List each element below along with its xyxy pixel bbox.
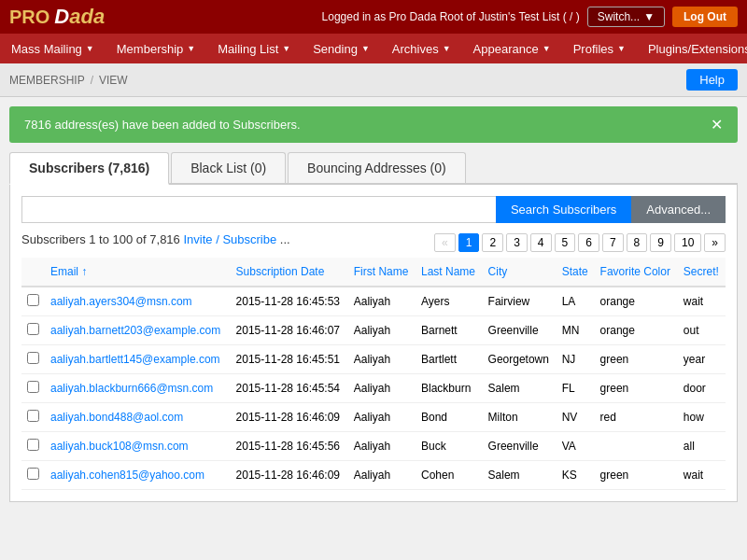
cell-state: NV — [557, 403, 595, 432]
col-secret[interactable]: Secret! — [678, 258, 726, 287]
email-link[interactable]: aaliyah.barnett203@example.com — [50, 324, 220, 337]
pagination-page-4[interactable]: 4 — [530, 233, 552, 252]
cell-last-name: Blackburn — [416, 374, 483, 403]
cell-email: aaliyah.barnett203@example.com — [45, 316, 231, 345]
search-input[interactable] — [21, 196, 496, 223]
email-link[interactable]: aaliyah.cohen815@yahoo.com — [50, 469, 204, 482]
row-checkbox[interactable] — [21, 432, 45, 461]
nav-item-appearance[interactable]: Appearance ▼ — [462, 34, 562, 63]
table-row: aaliyah.ayers304@msn.com 2015-11-28 16:4… — [21, 287, 726, 316]
pagination-page-5[interactable]: 5 — [555, 233, 576, 252]
pagination-page-8[interactable]: 8 — [627, 233, 648, 252]
cell-state: MN — [557, 316, 595, 345]
cell-sub-date: 2015-11-28 16:46:09 — [231, 461, 348, 490]
email-link[interactable]: aaliyah.ayers304@msn.com — [50, 295, 192, 308]
cell-secret: year — [678, 345, 726, 374]
switch-button[interactable]: Switch... ▼ — [587, 7, 665, 27]
cell-last-name: Buck — [416, 432, 483, 461]
table-row: aaliyah.bartlett145@example.com 2015-11-… — [21, 345, 726, 374]
cell-city: Milton — [483, 403, 557, 432]
col-city[interactable]: City — [483, 258, 557, 287]
tab-blacklist[interactable]: Black List (0) — [171, 152, 286, 183]
cell-email: aaliyah.buck108@msn.com — [45, 432, 231, 461]
pagination-page-9[interactable]: 9 — [650, 233, 671, 252]
cell-state: FL — [557, 374, 595, 403]
cell-state: VA — [557, 432, 595, 461]
col-email[interactable]: Email ↑ — [45, 258, 231, 287]
subscriber-count-text: Subscribers 1 to 100 of 7,816 — [21, 232, 180, 246]
nav-item-archives[interactable]: Archives ▼ — [381, 34, 462, 63]
nav-item-profiles[interactable]: Profiles ▼ — [562, 34, 637, 63]
logged-in-text: Logged in as Pro Dada Root of Justin's T… — [322, 10, 580, 23]
pagination-next[interactable]: » — [704, 233, 726, 252]
invite-subscribe-link[interactable]: Invite / Subscribe — [183, 232, 276, 246]
pagination-page-6[interactable]: 6 — [578, 233, 599, 252]
cell-sub-date: 2015-11-28 16:45:56 — [231, 432, 348, 461]
tab-subscribers[interactable]: Subscribers (7,816) — [9, 152, 169, 185]
pagination-page-10[interactable]: 10 — [674, 233, 701, 252]
advanced-button[interactable]: Advanced... — [631, 196, 726, 223]
col-state[interactable]: State — [557, 258, 595, 287]
row-checkbox[interactable] — [21, 316, 45, 345]
nav-item-mailing-list[interactable]: Mailing List ▼ — [206, 34, 302, 63]
pagination-page-1[interactable]: 1 — [458, 233, 480, 252]
cell-email: aaliyah.bond488@aol.com — [45, 403, 231, 432]
email-link[interactable]: aaliyah.blackburn666@msn.com — [50, 382, 213, 395]
row-checkbox[interactable] — [21, 287, 45, 316]
cell-fav-color: orange — [595, 287, 678, 316]
chevron-down-icon: ▼ — [643, 10, 655, 23]
table-row: aaliyah.barnett203@example.com 2015-11-2… — [21, 316, 726, 345]
cell-city: Salem — [483, 461, 557, 490]
search-row: Search Subscribers Advanced... — [21, 196, 726, 223]
nav-item-membership[interactable]: Membership ▼ — [106, 34, 206, 63]
chevron-down-icon: ▼ — [443, 44, 451, 53]
col-first-name[interactable]: First Name — [348, 258, 416, 287]
tab-bar: Subscribers (7,816) Black List (0) Bounc… — [9, 152, 738, 185]
help-button[interactable]: Help — [686, 69, 738, 91]
table-row: aaliyah.buck108@msn.com 2015-11-28 16:45… — [21, 432, 726, 461]
logout-button[interactable]: Log Out — [672, 7, 738, 27]
nav-item-mass-mailing[interactable]: Mass Mailing ▼ — [0, 34, 106, 63]
pagination-prev[interactable]: « — [434, 233, 456, 252]
col-last-name[interactable]: Last Name — [416, 258, 483, 287]
breadcrumb-bar: MEMBERSHIP / VIEW Help — [0, 63, 747, 97]
cell-secret: how — [678, 403, 726, 432]
pagination-page-3[interactable]: 3 — [506, 233, 528, 252]
cell-fav-color: red — [595, 403, 678, 432]
col-sub-date[interactable]: Subscription Date — [231, 258, 348, 287]
cell-secret: all — [678, 432, 726, 461]
row-checkbox[interactable] — [21, 345, 45, 374]
cell-fav-color: green — [595, 461, 678, 490]
email-link[interactable]: aaliyah.bond488@aol.com — [50, 411, 183, 424]
chevron-down-icon: ▼ — [282, 44, 290, 53]
cell-last-name: Ayers — [416, 287, 483, 316]
cell-secret: door — [678, 374, 726, 403]
pagination-page-2[interactable]: 2 — [482, 233, 503, 252]
cell-fav-color — [595, 432, 678, 461]
cell-last-name: Bond — [416, 403, 483, 432]
table-row: aaliyah.bond488@aol.com 2015-11-28 16:46… — [21, 403, 726, 432]
email-link[interactable]: aaliyah.bartlett145@example.com — [50, 353, 220, 366]
cell-city: Salem — [483, 374, 557, 403]
cell-state: NJ — [557, 345, 595, 374]
nav-item-sending[interactable]: Sending ▼ — [302, 34, 381, 63]
chevron-down-icon: ▼ — [543, 44, 551, 53]
cell-email: aaliyah.bartlett145@example.com — [45, 345, 231, 374]
email-link[interactable]: aaliyah.buck108@msn.com — [50, 440, 189, 453]
close-button[interactable]: ✕ — [711, 116, 723, 133]
row-checkbox[interactable] — [21, 461, 45, 490]
pagination-page-7[interactable]: 7 — [602, 233, 624, 252]
col-fav-color[interactable]: Favorite Color — [595, 258, 678, 287]
main-content: Subscribers (7,816) Black List (0) Bounc… — [0, 152, 747, 511]
cell-first-name: Aaliyah — [348, 345, 416, 374]
cell-secret: out — [678, 316, 726, 345]
row-checkbox[interactable] — [21, 403, 45, 432]
col-checkbox — [21, 258, 45, 287]
search-button[interactable]: Search Subscribers — [496, 196, 631, 223]
row-checkbox[interactable] — [21, 374, 45, 403]
tab-bouncing[interactable]: Bouncing Addresses (0) — [288, 152, 466, 183]
cell-email: aaliyah.cohen815@yahoo.com — [45, 461, 231, 490]
cell-city: Fairview — [483, 287, 557, 316]
nav-item-plugins[interactable]: Plugins/Extensions ▼ — [637, 34, 747, 63]
cell-city: Greenville — [483, 432, 557, 461]
